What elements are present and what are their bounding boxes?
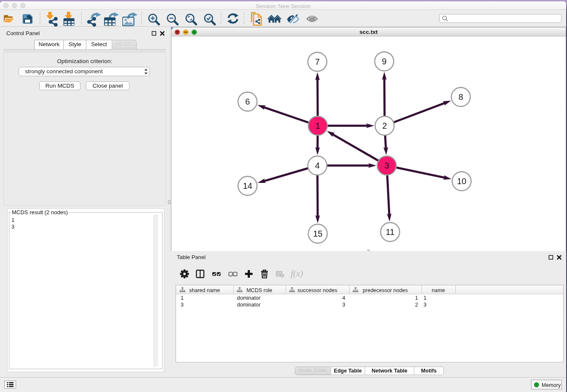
- svg-text:10: 10: [457, 177, 466, 186]
- svg-text:7: 7: [315, 57, 319, 66]
- svg-text:3: 3: [384, 161, 389, 170]
- svg-text:8: 8: [458, 92, 463, 102]
- svg-text:2: 2: [382, 121, 387, 130]
- svg-text:9: 9: [382, 57, 386, 66]
- svg-text:6: 6: [245, 97, 250, 106]
- svg-text:11: 11: [386, 227, 395, 237]
- svg-text:4: 4: [315, 161, 319, 170]
- svg-text:15: 15: [313, 229, 322, 238]
- svg-text:14: 14: [243, 181, 252, 190]
- svg-text:1: 1: [315, 121, 320, 130]
